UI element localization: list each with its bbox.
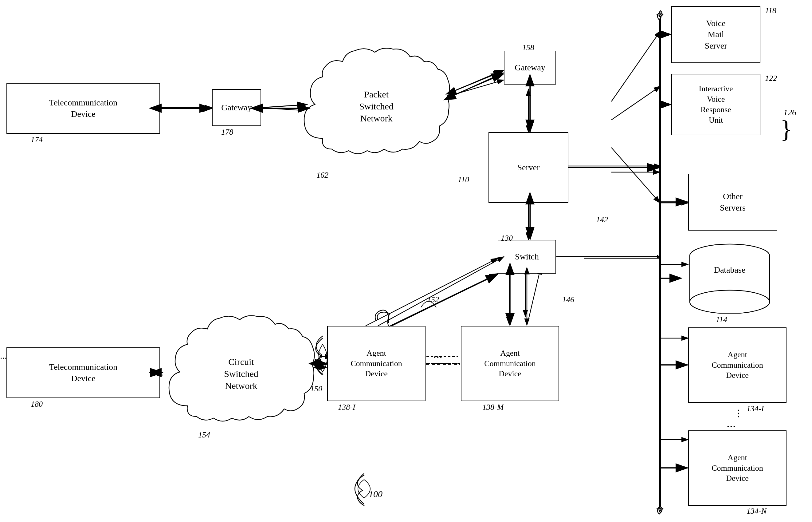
vertical-dots: ··· xyxy=(731,409,746,418)
other-servers-126-label: Other Servers xyxy=(720,191,746,213)
gateway-178: Gateway xyxy=(212,89,261,126)
agent-comm-138m: Agent Communication Device xyxy=(461,326,559,401)
database-114: Database xyxy=(682,243,777,314)
ref-152: 152 xyxy=(427,295,439,304)
telecom-device-180-label: Telecommunication Device xyxy=(49,362,117,384)
svg-text:...: ... xyxy=(727,416,736,430)
other-servers-brace: } xyxy=(780,21,792,237)
packet-network-label: Packet Switched Network xyxy=(359,88,394,124)
gateway-178-label: Gateway xyxy=(221,102,252,113)
ivr-122: Interactive Voice Response Unit xyxy=(671,74,761,135)
telecom-device-180-id: 180 xyxy=(31,400,43,409)
circuit-network-154: Circuit Switched Network xyxy=(163,307,319,440)
database-114-label: Database xyxy=(682,264,777,276)
voicemail-118: Voice Mail Server xyxy=(671,6,761,63)
agent-comm-134n-label: Agent Communication Device xyxy=(711,453,763,484)
svg-text:···: ··· xyxy=(433,350,442,364)
agent-comm-138i: Agent Communication Device xyxy=(327,326,425,401)
circuit-network-label: Circuit Switched Network xyxy=(224,356,258,392)
svg-point-27 xyxy=(690,290,770,314)
ivr-122-id: 122 xyxy=(765,74,777,83)
ref-146: 146 xyxy=(562,295,574,304)
server-110: Server xyxy=(488,132,568,203)
svg-line-22 xyxy=(528,267,541,320)
svg-line-7 xyxy=(611,86,661,120)
svg-line-97 xyxy=(454,73,503,95)
packet-network-id: 162 xyxy=(316,170,329,180)
agent-comm-138m-label: Agent Communication Device xyxy=(484,348,536,379)
agent-comm-134i-id: 134-I xyxy=(747,404,764,414)
agent-comm-134n-id: 134-N xyxy=(747,507,767,516)
ref-100: 100 xyxy=(369,489,382,499)
gateway-158-id: 158 xyxy=(522,43,534,52)
ivr-122-label: Interactive Voice Response Unit xyxy=(699,84,733,125)
gateway-158-label: Gateway xyxy=(515,62,545,73)
other-servers-126: Other Servers xyxy=(688,174,777,230)
telecom-device-174-id: 174 xyxy=(31,135,43,144)
svg-line-32 xyxy=(453,74,504,95)
agent-comm-138i-id: 138-I xyxy=(338,403,355,412)
voicemail-118-id: 118 xyxy=(765,6,776,15)
svg-line-9 xyxy=(611,147,660,203)
server-110-label: Server xyxy=(517,162,540,173)
svg-line-75 xyxy=(455,70,503,91)
agent-comm-134n: Agent Communication Device xyxy=(688,430,787,506)
diagram: Telecommunication Device 174 Gateway 178… xyxy=(0,0,812,522)
circuit-network-id: 154 xyxy=(198,430,210,440)
switch-130-id: 130 xyxy=(501,234,513,243)
telecom-device-174: Telecommunication Device xyxy=(6,83,160,134)
agent-comm-134i: Agent Communication Device xyxy=(688,327,787,403)
svg-line-67 xyxy=(392,274,497,326)
switch-130: Switch xyxy=(498,240,556,274)
svg-line-21 xyxy=(366,258,498,326)
telecom-device-174-label: Telecommunication Device xyxy=(49,97,117,120)
gateway-178-id: 178 xyxy=(221,127,233,137)
agent-comm-134i-label: Agent Communication Device xyxy=(711,349,763,381)
svg-line-47 xyxy=(378,257,504,326)
svg-line-54 xyxy=(455,71,503,91)
agent-comm-138m-id: 138-M xyxy=(482,403,503,412)
telecom-device-180: Telecommunication Device xyxy=(6,347,160,398)
svg-marker-87 xyxy=(657,255,660,259)
server-110-id: 110 xyxy=(458,175,469,184)
svg-text:···: ··· xyxy=(0,353,7,363)
ref-142: 142 xyxy=(596,215,608,224)
svg-line-110 xyxy=(391,274,498,326)
svg-line-4 xyxy=(451,80,504,95)
database-114-id: 114 xyxy=(716,315,727,324)
svg-line-6 xyxy=(611,31,661,101)
gateway-158: Gateway xyxy=(504,51,556,84)
voicemail-118-label: Voice Mail Server xyxy=(705,18,727,51)
svg-line-89 xyxy=(390,274,498,326)
agent-comm-138i-label: Agent Communication Device xyxy=(351,348,402,379)
other-servers-126-id: 126 xyxy=(784,107,796,117)
ref-150: 150 xyxy=(310,384,322,394)
switch-130-label: Switch xyxy=(515,251,539,262)
packet-network-162: Packet Switched Network xyxy=(298,40,455,172)
